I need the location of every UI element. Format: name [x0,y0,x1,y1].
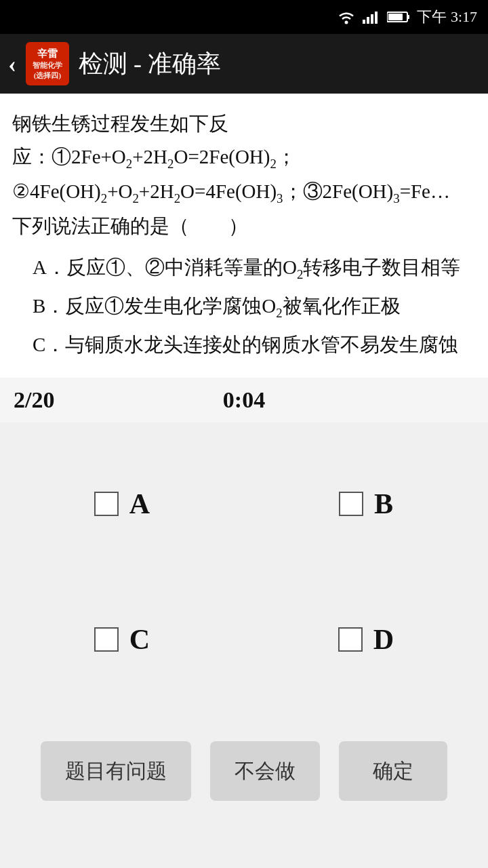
answer-option-a[interactable]: A [0,436,244,572]
label-c: C [129,623,150,656]
svg-point-0 [345,21,348,24]
answer-option-d[interactable]: D [244,572,488,707]
svg-rect-6 [407,15,409,19]
option-a-text: A．反应①、②中消耗等量的O2转移电子数目相等 [33,251,476,285]
label-a: A [129,488,150,520]
answer-option-b[interactable]: B [244,436,488,572]
skip-button[interactable]: 不会做 [210,741,320,801]
checkbox-a[interactable] [94,492,119,516]
svg-rect-1 [363,20,365,24]
checkbox-d[interactable] [338,627,363,652]
option-b-text: B．反应①发生电化学腐蚀O2被氧化作正极 [33,290,476,324]
nav-bar: ‹ 辛雷 智能化学 (选择四) 检测 - 准确率 [0,34,488,94]
back-button[interactable]: ‹ [8,50,16,78]
checkbox-b[interactable] [339,492,363,516]
confirm-button[interactable]: 确定 [339,741,447,801]
logo-line2: 智能化学 [33,60,62,70]
svg-rect-7 [388,14,403,20]
checkbox-c[interactable] [94,627,119,652]
nav-title: 检测 - 准确率 [79,47,221,81]
label-b: B [374,488,393,520]
wifi-icon [337,9,356,24]
report-button[interactable]: 题目有问题 [41,741,191,801]
question-counter: 2/20 [14,387,167,413]
logo-line3: (选择四) [34,71,61,80]
answer-option-c[interactable]: C [0,572,244,707]
logo-line1: 辛雷 [37,47,58,61]
option-c-text: C．与铜质水龙头连接处的钢质水管不易发生腐蚀 [33,328,476,361]
progress-row: 2/20 0:04 [0,378,488,422]
battery-icon [387,11,410,23]
question-intro: 钢铁生锈过程发生如下反 应：①2Fe+O2+2H2O=2Fe(OH)2； ②4F… [12,107,476,243]
status-bar: 下午 3:17 [0,0,488,34]
bottom-buttons: 题目有问题 不会做 确定 [0,728,488,828]
svg-rect-3 [371,14,373,24]
answers-area: A B C D [0,422,488,728]
signal-icon [363,10,380,24]
label-d: D [373,623,394,656]
status-icons: 下午 3:17 [337,7,477,27]
app-logo: 辛雷 智能化学 (选择四) [26,42,69,85]
timer: 0:04 [167,387,321,413]
svg-rect-4 [375,12,378,24]
time-display: 下午 3:17 [417,7,477,27]
svg-rect-2 [367,17,369,24]
question-area: 钢铁生锈过程发生如下反 应：①2Fe+O2+2H2O=2Fe(OH)2； ②4F… [0,94,488,378]
